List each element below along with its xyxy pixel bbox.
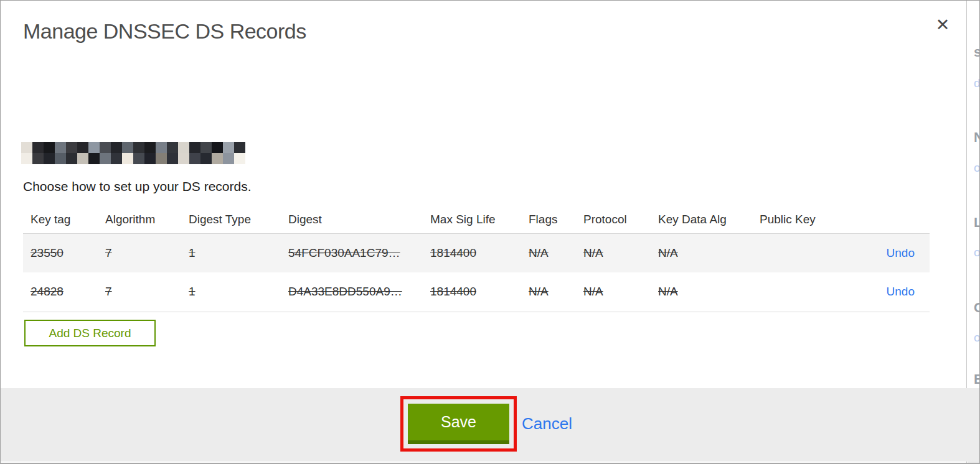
background-text-fragment: o (974, 161, 979, 175)
column-header-digest: Digest (281, 206, 423, 233)
undo-link[interactable]: Undo (887, 285, 915, 298)
background-text-fragment: N (974, 129, 979, 146)
cell-protocol: N/A (576, 272, 651, 312)
column-header-public-key: Public Key (752, 206, 846, 233)
cell-max-sig-life: 1814400 (423, 233, 521, 272)
background-text-fragment: o (974, 331, 979, 345)
column-header-actions (846, 206, 930, 233)
red-annotation-rectangle: Save (400, 396, 517, 452)
subtitle-text: Choose how to set up your DS records. (23, 179, 252, 194)
cancel-link[interactable]: Cancel (522, 414, 572, 434)
background-text-fragment: o (974, 246, 979, 259)
cell-public-key (752, 233, 846, 272)
column-header-algorithm: Algorithm (98, 206, 181, 233)
background-text-fragment: s (974, 44, 979, 60)
cell-digest: D4A33E8DD550A9… (281, 272, 423, 312)
cell-flags: N/A (521, 272, 576, 312)
cell-digest-type: 1 (181, 272, 281, 312)
cell-digest: 54FCF030AA1C79… (281, 233, 423, 272)
dialog-footer: Save Cancel (0, 388, 980, 462)
column-header-flags: Flags (521, 206, 576, 233)
background-text-fragment: C (974, 300, 979, 316)
column-header-max-sig-life: Max Sig Life (423, 206, 521, 233)
cell-public-key (752, 272, 846, 312)
close-icon[interactable]: ✕ (932, 14, 953, 35)
cell-key-data-alg: N/A (651, 272, 752, 312)
cell-flags: N/A (521, 233, 576, 272)
add-ds-record-button[interactable]: Add DS Record (24, 320, 156, 346)
undo-link[interactable]: Undo (887, 246, 915, 259)
cell-key-tag: 23550 (23, 233, 98, 272)
ds-records-table: Key tag Algorithm Digest Type Digest Max… (23, 206, 930, 312)
background-text-fragment: E (974, 371, 979, 387)
cell-key-data-alg: N/A (651, 233, 752, 272)
cell-algorithm: 7 (98, 272, 181, 312)
page-title: Manage DNSSEC DS Records (23, 19, 306, 44)
cell-algorithm: 7 (98, 233, 181, 272)
save-button[interactable]: Save (408, 404, 509, 444)
cell-max-sig-life: 1814400 (423, 272, 521, 312)
column-header-digest-type: Digest Type (181, 206, 281, 233)
redacted-domain-name (21, 142, 245, 164)
table-row: 24828 7 1 D4A33E8DD550A9… 1814400 N/A N/… (23, 272, 930, 312)
column-header-key-tag: Key tag (23, 206, 98, 233)
table-header-row: Key tag Algorithm Digest Type Digest Max… (23, 206, 930, 233)
background-text-fragment: d (974, 77, 979, 90)
column-header-protocol: Protocol (576, 206, 651, 233)
column-header-key-data-alg: Key Data Alg (651, 206, 752, 233)
cell-protocol: N/A (576, 233, 651, 272)
table-row: 23550 7 1 54FCF030AA1C79… 1814400 N/A N/… (23, 233, 930, 272)
background-text-fragment: L (974, 215, 979, 231)
cell-key-tag: 24828 (23, 272, 98, 312)
cell-digest-type: 1 (181, 233, 281, 272)
